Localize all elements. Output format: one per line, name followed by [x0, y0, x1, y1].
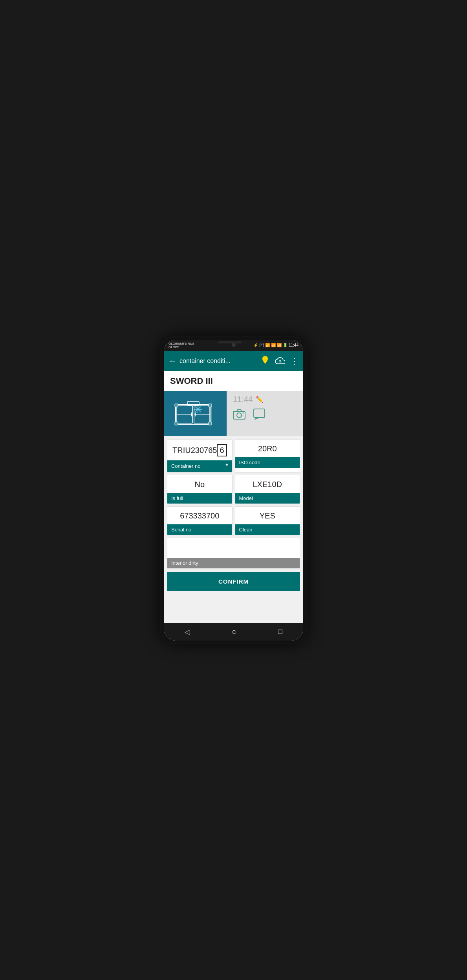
- svg-rect-16: [175, 422, 178, 425]
- back-button[interactable]: ←: [168, 356, 176, 365]
- front-camera: [232, 343, 236, 347]
- clean-value: YES: [235, 507, 300, 524]
- phone-screen: GLOBE|MTS RUS GLOBE ⚡ 📳 📶 📶 📶 🔋 11:44 ← …: [164, 340, 303, 641]
- top-row: 11:44 ✏️: [164, 391, 303, 436]
- signal-icon2: 📶: [277, 343, 282, 347]
- svg-point-20: [243, 412, 244, 413]
- serial-no-label: Serial no: [167, 524, 232, 535]
- model-label: Model: [235, 493, 300, 504]
- svg-rect-17: [209, 422, 212, 425]
- clean-label: Clean: [235, 524, 300, 535]
- battery-icon: 🔋: [283, 343, 288, 347]
- status-icons: ⚡ 📳 📶 📶 📶 🔋 11:44: [253, 343, 299, 347]
- iso-code-label: ISO code: [235, 457, 300, 468]
- app-bar-actions: ⋮: [261, 356, 299, 366]
- nav-home-button[interactable]: ○: [223, 624, 244, 640]
- svg-rect-14: [175, 404, 178, 407]
- page-title: SWORD III: [164, 371, 303, 391]
- confirm-button[interactable]: CONFIRM: [167, 572, 300, 591]
- nav-recent-button[interactable]: □: [270, 624, 290, 639]
- iso-code-field[interactable]: 20R0 ISO code: [235, 439, 300, 473]
- container-no-label: Container no *: [167, 460, 232, 472]
- is-full-value: No: [167, 475, 232, 493]
- serial-no-value: 673333700: [167, 507, 232, 524]
- iso-code-value: 20R0: [235, 440, 300, 457]
- carrier-secondary: GLOBE: [168, 345, 194, 349]
- wifi-icon: 📶: [265, 343, 270, 347]
- clean-field[interactable]: YES Clean: [235, 506, 300, 535]
- container-image-box: [164, 391, 227, 436]
- time-row: 11:44 ✏️: [233, 395, 297, 404]
- model-value: LXE10D: [235, 475, 300, 493]
- more-menu-icon[interactable]: ⋮: [291, 356, 299, 366]
- interior-dirty-field[interactable]: Interior dirty: [167, 538, 300, 569]
- vibrate-icon: 📳: [259, 343, 264, 347]
- nav-bar: ◁ ○ □: [164, 623, 303, 641]
- container-no-value: TRIU2307656: [167, 440, 232, 460]
- interior-dirty-label: Interior dirty: [167, 558, 300, 568]
- container-icon: [172, 397, 219, 430]
- fields-container: TRIU2307656 Container no * 20R0 ISO code: [164, 436, 303, 594]
- action-icons: [233, 409, 297, 420]
- svg-rect-21: [254, 409, 265, 418]
- svg-rect-15: [209, 404, 212, 407]
- model-field[interactable]: LXE10D Model: [235, 475, 300, 504]
- field-row-3: 673333700 Serial no YES Clean: [167, 506, 300, 535]
- container-no-field[interactable]: TRIU2307656 Container no *: [167, 439, 233, 473]
- bluetooth-icon: ⚡: [253, 343, 258, 347]
- field-row-2: No Is full LXE10D Model: [167, 475, 300, 504]
- field-row-1: TRIU2307656 Container no * 20R0 ISO code: [167, 439, 300, 473]
- speaker: [218, 341, 242, 343]
- svg-point-19: [237, 413, 242, 418]
- app-bar-title: container conditi...: [179, 358, 258, 365]
- signal-icon1: 📶: [271, 343, 276, 347]
- record-time: 11:44: [233, 395, 253, 404]
- svg-point-0: [264, 358, 266, 360]
- location-icon[interactable]: [261, 356, 269, 366]
- carrier-info: GLOBE|MTS RUS GLOBE: [168, 342, 194, 349]
- upload-icon[interactable]: [275, 357, 285, 365]
- check-digit: 6: [217, 444, 227, 456]
- top-right: 11:44 ✏️: [227, 391, 303, 436]
- camera-icon[interactable]: [233, 409, 245, 420]
- is-full-field[interactable]: No Is full: [167, 475, 233, 504]
- carrier-primary: GLOBE|MTS RUS: [168, 342, 194, 345]
- nav-back-button[interactable]: ◁: [177, 624, 198, 639]
- comment-icon[interactable]: [253, 409, 265, 420]
- interior-dirty-value: [167, 538, 300, 558]
- phone-shell: GLOBE|MTS RUS GLOBE ⚡ 📳 📶 📶 📶 🔋 11:44 ← …: [160, 336, 307, 644]
- edit-time-icon[interactable]: ✏️: [256, 396, 264, 403]
- time-display: 11:44: [289, 343, 299, 347]
- serial-no-field[interactable]: 673333700 Serial no: [167, 506, 233, 535]
- content-area: SWORD III: [164, 371, 303, 623]
- app-bar: ← container conditi... ⋮: [164, 351, 303, 371]
- is-full-label: Is full: [167, 493, 232, 504]
